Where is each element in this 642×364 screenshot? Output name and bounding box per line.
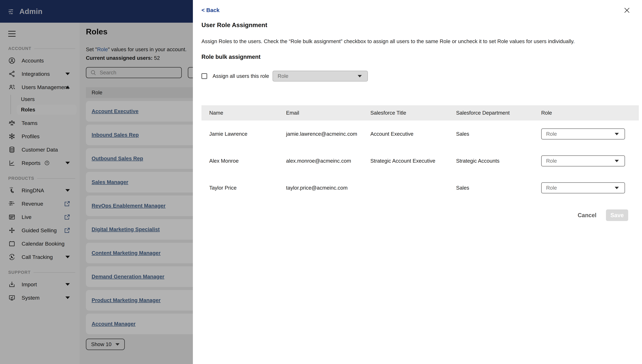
panel-title: User Role Assignment xyxy=(201,22,632,28)
column-header-role: Role xyxy=(541,110,639,116)
chevron-down-icon xyxy=(615,187,619,189)
chevron-down-icon xyxy=(615,160,619,162)
cell-department: Sales xyxy=(456,185,541,191)
back-button[interactable]: < Back xyxy=(201,7,220,13)
panel-footer: Cancel Save xyxy=(578,210,628,221)
save-button[interactable]: Save xyxy=(606,210,628,221)
bulk-assignment-row: Assign all users this role Role xyxy=(201,71,632,82)
cell-name: Jamie Lawrence xyxy=(201,131,286,137)
bulk-role-select[interactable]: Role xyxy=(273,71,368,82)
cell-email: taylor.price@acmeinc.com xyxy=(286,185,370,191)
bulk-assignment-checkbox[interactable] xyxy=(201,73,207,79)
cell-title: Account Executive xyxy=(370,131,456,137)
column-header-department: Salesforce Department xyxy=(456,110,541,116)
chevron-down-icon xyxy=(615,133,619,135)
cell-name: Taylor Price xyxy=(201,185,286,191)
panel-description: Assign Roles to the users. Check the “Ro… xyxy=(201,38,632,44)
column-header-name: Name xyxy=(201,110,286,116)
cell-department: Strategic Accounts xyxy=(456,158,541,164)
cell-email: alex.monroe@acmeinc.com xyxy=(286,158,370,164)
column-header-email: Email xyxy=(286,110,370,116)
cell-email: jamie.lawrence@acmeinc.com xyxy=(286,131,370,137)
cell-title: Strategic Account Executive xyxy=(370,158,456,164)
chevron-down-icon xyxy=(358,75,362,77)
table-row: Jamie Lawrence jamie.lawrence@acmeinc.co… xyxy=(201,120,639,148)
users-table: Name Email Salesforce Title Salesforce D… xyxy=(201,105,639,201)
bulk-checkbox-label: Assign all users this role xyxy=(212,73,269,79)
cell-name: Alex Monroe xyxy=(201,158,286,164)
user-role-assignment-panel: < Back User Role Assignment Assign Roles… xyxy=(193,0,642,364)
table-header-row: Name Email Salesforce Title Salesforce D… xyxy=(201,105,639,120)
column-header-title: Salesforce Title xyxy=(370,110,456,116)
row-role-select[interactable]: Role xyxy=(541,182,625,194)
table-row: Alex Monroe alex.monroe@acmeinc.com Stra… xyxy=(201,148,639,174)
row-role-select[interactable]: Role xyxy=(541,155,625,166)
table-row: Taylor Price taylor.price@acmeinc.com Sa… xyxy=(201,174,639,201)
cancel-button[interactable]: Cancel xyxy=(578,212,596,218)
bulk-assignment-heading: Role bulk assignment xyxy=(201,54,632,60)
close-icon[interactable] xyxy=(623,6,631,14)
row-role-select[interactable]: Role xyxy=(541,128,625,140)
cell-department: Sales xyxy=(456,131,541,137)
